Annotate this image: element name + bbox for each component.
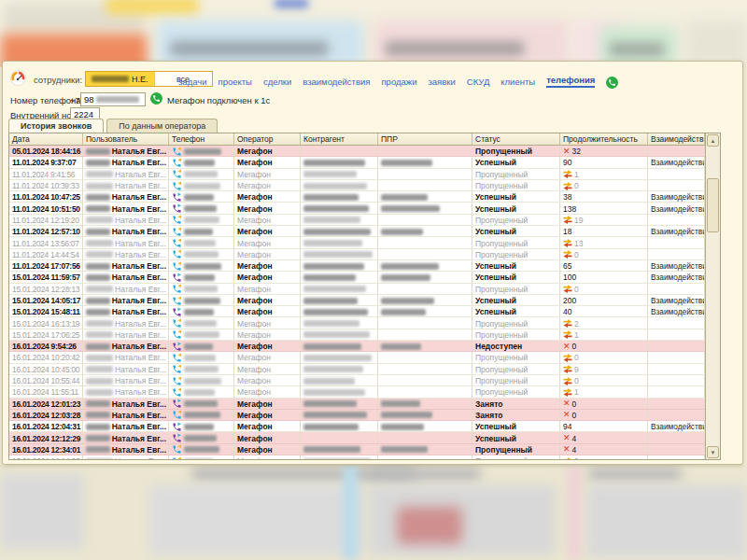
- menu-item-задачи[interactable]: задачи: [178, 77, 207, 87]
- redacted-text: [303, 389, 365, 396]
- redacted-text: [303, 378, 355, 385]
- table-row[interactable]: 16.01.2024 14:14:06Наталья Евг...Мегафон…: [9, 455, 705, 459]
- table-row[interactable]: 15.01.2024 14:05:17Наталья Евг...Мегафон…: [9, 295, 705, 306]
- incoming-call-icon: [172, 296, 182, 306]
- missed-call-icon: ✕: [563, 399, 571, 408]
- table-row[interactable]: 16.01.2024 11:55:11Наталья Евг...Мегафон…: [9, 386, 705, 398]
- table-row[interactable]: 16.01.2024 12:12:29Наталья Евг...Мегафон…: [9, 432, 705, 443]
- redacted-text: [184, 274, 215, 281]
- table-row[interactable]: 15.01.2024 11:59:57Наталья Евг...Мегафон…: [9, 272, 705, 283]
- cell-operator: Мегафон: [234, 191, 301, 202]
- column-header-2[interactable]: Пользователь: [83, 133, 169, 145]
- vertical-scrollbar[interactable]: ▲ ▼: [705, 133, 720, 459]
- menu-item-взаимодействия[interactable]: взаимодействия: [303, 77, 370, 87]
- cell-date: 15.01.2024 16:13:19: [9, 317, 83, 328]
- redacted-text: [184, 298, 220, 304]
- redacted-text: [86, 309, 110, 315]
- table-row[interactable]: 15.01.2024 16:13:19Наталья Евг...Мегафон…: [9, 317, 705, 329]
- cell-ppr: [378, 284, 472, 294]
- menu-item-клиенты[interactable]: клиенты: [500, 77, 535, 87]
- cell-status: Пропущенный: [472, 249, 560, 259]
- incoming-call-icon: [172, 227, 182, 237]
- table-row[interactable]: 11.01.2024 9:37:07Наталья Евг...МегафонУ…: [9, 157, 705, 168]
- table-row[interactable]: 16.01.2024 10:55:44Наталья Евг...Мегафон…: [9, 375, 705, 386]
- column-header-6[interactable]: ППР: [378, 133, 472, 145]
- cell-ppr: [378, 410, 472, 420]
- cell-duration: 0: [560, 249, 648, 259]
- redacted-text: [381, 229, 423, 235]
- call-forward-icon: [563, 285, 572, 293]
- table-row[interactable]: 16.01.2024 9:54:26Наталья Евг...МегафонН…: [9, 341, 705, 352]
- cell-duration: ✕0: [560, 399, 648, 409]
- redacted-text: [184, 183, 220, 189]
- cell-status: Пропущенный: [472, 444, 560, 455]
- scroll-down-arrow-icon[interactable]: ▼: [707, 446, 719, 458]
- cell-status: Успешный: [472, 421, 560, 431]
- missed-call-icon: ✕: [563, 411, 571, 419]
- column-header-5[interactable]: Контрагент: [301, 133, 378, 145]
- cell-duration: 200: [560, 295, 648, 305]
- menu-item-проекты[interactable]: проекты: [218, 77, 252, 87]
- table-row[interactable]: 15.01.2024 12:28:13Наталья Евг...Мегафон…: [9, 284, 705, 295]
- table-row[interactable]: 16.01.2024 12:03:28Наталья Евг...Мегафон…: [9, 410, 705, 421]
- employee-selected[interactable]: Н.Е.: [86, 72, 154, 86]
- tab-call-history[interactable]: История звонков: [8, 119, 104, 133]
- cell-status: Пропущенный: [472, 352, 560, 362]
- employee-initials: Н.Е.: [132, 75, 148, 84]
- cell-duration: 0: [560, 180, 648, 190]
- redacted-text: [184, 229, 213, 235]
- menu-item-телефония[interactable]: телефония: [546, 75, 595, 88]
- table-row[interactable]: 11.01.2024 17:07:56Наталья Евг...Мегафон…: [9, 260, 705, 272]
- table-row[interactable]: 15.01.2024 17:06:25Наталья Евг...Мегафон…: [9, 329, 705, 341]
- table-row[interactable]: 05.01.2024 18:44:16Наталья Евг...Мегафон…: [9, 146, 705, 157]
- menu-item-продажи[interactable]: продажи: [381, 77, 416, 87]
- table-row[interactable]: 11.01.2024 12:57:10Наталья Евг...Мегафон…: [9, 226, 705, 237]
- table-row[interactable]: 11.01.2024 10:39:33Наталья Евг...Мегафон…: [9, 180, 705, 191]
- table-row[interactable]: 11.01.2024 10:47:25Наталья Евг...Мегафон…: [9, 191, 705, 203]
- call-forward-icon: [563, 388, 572, 397]
- redacted-text: [303, 205, 369, 212]
- menu-item-СКУД[interactable]: СКУД: [467, 77, 490, 87]
- scroll-up-arrow-icon[interactable]: ▲: [707, 134, 719, 147]
- redacted-text: [381, 263, 439, 270]
- incoming-call-icon: [172, 215, 182, 225]
- app-logo-gauge-icon[interactable]: [10, 70, 26, 86]
- table-row[interactable]: 11.01.2024 13:56:07Наталья Евг...Мегафон…: [9, 237, 705, 248]
- table-row[interactable]: 11.01.2024 10:51:50Наталья Евг...Мегафон…: [9, 203, 705, 214]
- menu-item-заявки[interactable]: заявки: [428, 77, 455, 87]
- cell-status: Успешный: [472, 203, 560, 213]
- redacted-text: [184, 286, 218, 292]
- cell-duration: 94: [560, 421, 648, 431]
- table-row[interactable]: 11.01.2024 14:44:54Наталья Евг...Мегафон…: [9, 249, 705, 260]
- table-row[interactable]: 11.01.2024 12:19:20Наталья Евг...Мегафон…: [9, 215, 705, 226]
- cell-interaction: [648, 249, 705, 259]
- cell-ppr: [378, 364, 472, 374]
- cell-contragent: [301, 157, 378, 167]
- redacted-text: [86, 424, 110, 430]
- phone-number-input[interactable]: 98: [80, 92, 146, 106]
- table-row[interactable]: 16.01.2024 10:20:42Наталья Евг...Мегафон…: [9, 352, 705, 363]
- table-row[interactable]: 15.01.2024 15:48:11Наталья Евг...Мегафон…: [9, 306, 705, 317]
- table-row[interactable]: 16.01.2024 12:34:01Наталья Евг...Мегафон…: [9, 444, 705, 455]
- column-header-1[interactable]: Дата: [9, 133, 83, 145]
- redacted-text: [86, 435, 110, 441]
- column-header-9[interactable]: Взаимодействие: [648, 133, 705, 145]
- outgoing-call-icon: [172, 203, 182, 214]
- table-row[interactable]: 16.01.2024 12:04:31Наталья Евг...Мегафон…: [9, 421, 705, 432]
- column-header-4[interactable]: Оператор: [234, 133, 301, 145]
- table-row[interactable]: 11.01.2024 9:41:56Наталья Евг...МегафонП…: [9, 169, 705, 180]
- tab-operator-data[interactable]: По данным оператора: [106, 119, 218, 133]
- cell-user: Наталья Евг...: [83, 329, 169, 340]
- table-row[interactable]: 16.01.2024 12:01:23Наталья Евг...Мегафон…: [9, 399, 705, 410]
- call-forward-icon: [563, 170, 572, 178]
- column-header-3[interactable]: Телефон: [169, 133, 234, 145]
- cell-contragent: [301, 306, 378, 316]
- cell-contragent: [301, 352, 378, 362]
- cell-user: Наталья Евг...: [83, 191, 169, 202]
- cell-phone: [169, 284, 234, 294]
- menu-item-сделки[interactable]: сделки: [263, 77, 291, 87]
- table-row[interactable]: 16.01.2024 10:45:00Наталья Евг...Мегафон…: [9, 364, 705, 375]
- scrollbar-thumb[interactable]: [707, 178, 719, 232]
- column-header-8[interactable]: Продолжительность: [560, 133, 648, 145]
- column-header-7[interactable]: Статус: [472, 133, 560, 145]
